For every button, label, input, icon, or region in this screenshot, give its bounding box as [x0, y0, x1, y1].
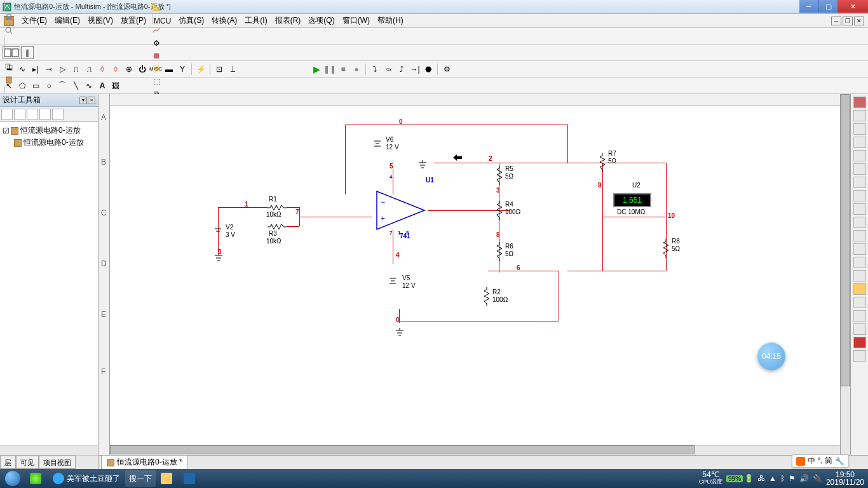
source-button[interactable]: ┷ — [3, 63, 15, 76]
misc-button[interactable]: MISC — [149, 63, 162, 76]
preview-button[interactable] — [3, 24, 15, 37]
ground-3[interactable] — [395, 328, 405, 337]
breakpoint-button[interactable]: ⬣ — [422, 63, 435, 76]
resistor-r7[interactable] — [599, 153, 606, 172]
resistor-r8[interactable] — [663, 239, 669, 258]
menu-edit[interactable]: 编辑(E) — [51, 14, 84, 27]
tree-child[interactable]: 恒流源电路0-运放 — [3, 137, 95, 149]
resistor-r3[interactable] — [268, 223, 287, 229]
menu-window[interactable]: 窗口(W) — [339, 14, 374, 27]
iv-analyzer-icon[interactable] — [853, 230, 866, 241]
indicator-button[interactable]: ⊕ — [123, 63, 135, 76]
multimeter-icon[interactable] — [853, 97, 866, 108]
design-tree[interactable]: ☑ 恒流源电路0-运放 恒流源电路0-运放 — [0, 122, 98, 445]
panel-refresh-button[interactable] — [39, 109, 51, 120]
arc-button[interactable]: ⌒ — [56, 79, 69, 92]
resistor-r4[interactable] — [496, 201, 503, 220]
panel-close-button[interactable]: × — [88, 97, 95, 104]
panel-open-button[interactable] — [14, 109, 25, 120]
tray-up-icon[interactable]: ▲ — [769, 474, 776, 483]
agilent-fg-icon[interactable] — [853, 283, 866, 295]
pause-button[interactable]: ❚❚ — [323, 63, 336, 76]
panel-save-button[interactable] — [27, 109, 38, 120]
ime-indicator[interactable]: 中 °, 简 🔧 — [792, 454, 849, 468]
tray-volume-icon[interactable]: 🔊 — [799, 474, 809, 483]
power-button[interactable]: ⏻ — [136, 63, 149, 76]
tree-root[interactable]: ☑ 恒流源电路0-运放 — [3, 125, 95, 137]
step-over-button[interactable]: ⤼ — [382, 63, 395, 76]
tray-power-icon[interactable]: 🔌 — [813, 474, 822, 483]
menu-tools[interactable]: 工具(I) — [241, 14, 271, 27]
agilent-mm-icon[interactable] — [853, 297, 866, 308]
ruler-button[interactable]: 📐 — [150, 0, 163, 13]
advanced-button[interactable]: ▬ — [163, 63, 175, 76]
panel-new-button[interactable] — [1, 109, 13, 120]
db-button[interactable] — [150, 50, 163, 62]
resistor-r6[interactable] — [496, 242, 503, 261]
tab-visible[interactable]: 可见 — [16, 456, 39, 469]
menu-options[interactable]: 选项(Q) — [304, 14, 338, 27]
wattmeter-icon[interactable] — [853, 123, 866, 135]
labview-icon[interactable] — [853, 337, 866, 348]
spectrum-icon[interactable] — [853, 257, 866, 268]
network-icon[interactable] — [853, 270, 866, 281]
4ch-scope-icon[interactable] — [853, 150, 866, 161]
bode-icon[interactable] — [853, 163, 866, 175]
ground-1[interactable] — [214, 253, 224, 262]
select-button[interactable]: ↖ — [3, 79, 15, 92]
tray-flag-icon[interactable]: ⚑ — [789, 474, 796, 483]
spreadsheet-view-button[interactable]: ‖ — [21, 46, 34, 59]
tek-scope-icon[interactable] — [853, 323, 866, 335]
logic-analyzer-icon[interactable] — [853, 203, 866, 215]
panel-dropdown-button[interactable]: ▾ — [79, 97, 87, 104]
canvas-hscroll[interactable] — [110, 445, 840, 455]
ime-settings-icon[interactable]: 🔧 — [835, 457, 844, 466]
rect-button[interactable]: ▭ — [29, 79, 42, 92]
menu-help[interactable]: 帮助(H) — [374, 14, 407, 27]
tab-project[interactable]: 项目视图 — [39, 456, 76, 469]
start-button[interactable] — [0, 469, 25, 488]
word-gen-icon[interactable] — [853, 190, 866, 201]
print-button[interactable] — [3, 11, 15, 24]
distortion-icon[interactable] — [853, 243, 866, 255]
oscilloscope-icon[interactable] — [853, 137, 866, 148]
battery-v5[interactable] — [388, 274, 397, 287]
text-button[interactable]: A — [96, 79, 109, 92]
panel-hscroll[interactable] — [0, 445, 98, 455]
menu-place[interactable]: 放置(P) — [117, 14, 150, 27]
panel-props-button[interactable] — [52, 109, 64, 120]
menu-report[interactable]: 报表(R) — [271, 14, 305, 27]
mdi-restore-button[interactable]: ❐ — [843, 17, 853, 25]
freq-counter-icon[interactable] — [853, 177, 866, 188]
tab-layer[interactable]: 层 — [0, 456, 16, 469]
task-ie[interactable]: 美军被土豆砸了 — [49, 470, 124, 487]
step-out-button[interactable]: ⤴ — [395, 63, 408, 76]
logic-converter-icon[interactable] — [853, 217, 866, 228]
sim-settings-button[interactable]: ⚙ — [440, 63, 453, 76]
function-gen-icon[interactable] — [853, 110, 866, 121]
cpu-temp[interactable]: 54℃CPU温度 — [699, 471, 722, 485]
task-helper[interactable] — [26, 470, 48, 487]
task-multisim[interactable] — [180, 470, 201, 487]
cmos-button[interactable]: ⎍ — [83, 63, 95, 76]
minimize-button[interactable]: ─ — [799, 0, 818, 13]
ellipse-button[interactable]: ○ — [43, 79, 55, 92]
doc-tab-active[interactable]: 恒流源电路0-运放 * — [101, 455, 188, 470]
resistor-r1[interactable] — [268, 204, 287, 210]
ttl-button[interactable]: ⎍ — [69, 63, 82, 76]
design-view-button[interactable] — [3, 46, 20, 59]
current-probe-icon[interactable] — [853, 350, 866, 362]
picture-button[interactable]: 🖼 — [109, 79, 122, 92]
multimeter-u2[interactable]: 1.651 — [613, 193, 651, 207]
schematic-canvas[interactable]: 0 5 1 7 0 2 3 8 4 6 0 9 10 V6 — [110, 105, 840, 445]
menu-view[interactable]: 视图(V) — [84, 14, 117, 27]
battery-indicator[interactable]: 99%🔋 — [726, 474, 754, 483]
maximize-button[interactable]: ▢ — [818, 0, 837, 13]
stop-button[interactable]: ■ — [337, 63, 349, 76]
battery-v6[interactable] — [373, 137, 382, 150]
hier-button[interactable]: ⊡ — [213, 63, 226, 76]
resistor-r5[interactable] — [496, 166, 503, 185]
task-search[interactable]: 搜一下 — [125, 470, 156, 487]
postproc-button[interactable]: ⚙ — [150, 37, 163, 50]
opamp-u1[interactable]: −+ — [370, 188, 431, 233]
